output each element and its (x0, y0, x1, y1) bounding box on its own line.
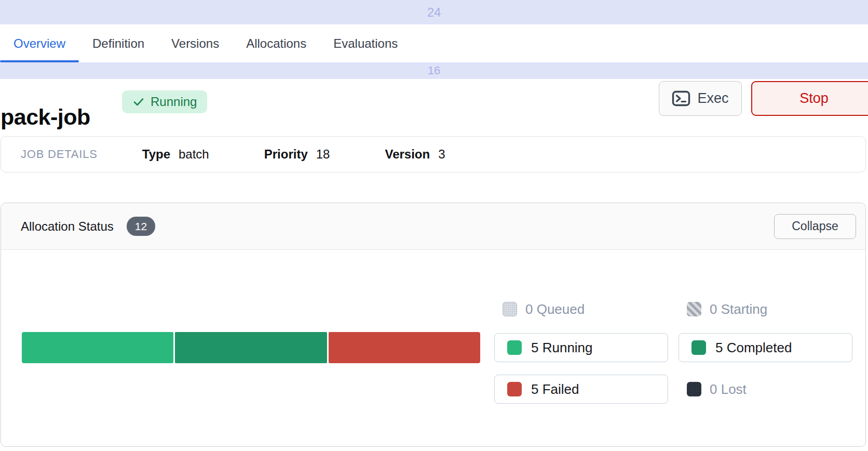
detail-field-version: Version3 (385, 147, 445, 162)
allocation-status-panel: Allocation Status 12 Collapse 0 Queued0 … (1, 203, 866, 447)
spacing-annotation-top: 24 (0, 0, 868, 24)
status-badge-label: Running (151, 95, 197, 109)
legend-label-starting: 0 Starting (710, 301, 767, 317)
legend-item-lost: 0 Lost (679, 375, 852, 404)
legend-label-queued: 0 Queued (525, 301, 585, 317)
legend-item-queued: 0 Queued (494, 295, 668, 324)
legend-item-running[interactable]: 5 Running (494, 333, 668, 362)
allocation-status-title: Allocation Status (21, 219, 114, 234)
tab-definition[interactable]: Definition (79, 24, 158, 62)
legend-swatch-running (507, 340, 522, 355)
allocation-bar (22, 332, 480, 363)
legend-label-completed: 5 Completed (715, 340, 792, 356)
job-details-card: JOB DETAILS TypebatchPriority18Version3 (1, 136, 866, 173)
tab-bar: OverviewDefinitionVersionsAllocationsEva… (0, 24, 868, 62)
collapse-button-label: Collapse (792, 219, 838, 233)
detail-label-version: Version (385, 147, 430, 162)
allocation-panel-body: 0 Queued0 Starting5 Running5 Completed5 … (1, 250, 865, 446)
legend-swatch-completed (691, 340, 706, 355)
legend-label-failed: 5 Failed (531, 381, 579, 397)
legend-item-failed[interactable]: 5 Failed (494, 375, 668, 404)
legend-label-lost: 0 Lost (710, 381, 747, 397)
legend-item-starting: 0 Starting (679, 295, 852, 324)
bar-segment-running[interactable] (22, 332, 173, 363)
job-details-fields: TypebatchPriority18Version3 (142, 147, 500, 162)
job-details-heading: JOB DETAILS (21, 148, 98, 161)
terminal-icon (672, 90, 690, 107)
legend-swatch-failed (507, 382, 522, 396)
detail-value-version: 3 (438, 147, 445, 162)
stop-button-label: Stop (799, 90, 829, 107)
legend-swatch-lost (687, 382, 701, 396)
tab-evaluations[interactable]: Evaluations (320, 24, 411, 62)
check-icon (132, 96, 145, 108)
detail-label-type: Type (142, 147, 170, 162)
job-header: pack-job Running Exec Stop (0, 79, 868, 125)
allocation-count-badge: 12 (127, 217, 155, 236)
legend-swatch-queued (503, 302, 517, 316)
bar-segment-completed[interactable] (175, 332, 327, 363)
status-badge: Running (122, 90, 207, 113)
bar-segment-failed[interactable] (329, 332, 480, 363)
spacing-annotation-middle-value: 16 (428, 64, 440, 77)
detail-field-priority: Priority18 (264, 147, 330, 162)
allocation-panel-header: Allocation Status 12 Collapse (1, 203, 865, 250)
legend-swatch-starting (687, 302, 701, 316)
stop-button[interactable]: Stop (751, 81, 868, 116)
tab-versions[interactable]: Versions (158, 24, 233, 62)
tab-allocations[interactable]: Allocations (233, 24, 320, 62)
tab-overview[interactable]: Overview (0, 24, 79, 62)
detail-value-priority: 18 (316, 147, 330, 162)
exec-button[interactable]: Exec (659, 81, 742, 116)
detail-value-type: batch (179, 147, 209, 162)
detail-field-type: Typebatch (142, 147, 209, 162)
legend-item-completed[interactable]: 5 Completed (679, 333, 852, 362)
spacing-annotation-top-value: 24 (427, 5, 441, 20)
detail-label-priority: Priority (264, 147, 308, 162)
legend-label-running: 5 Running (531, 340, 593, 356)
spacing-annotation-middle: 16 (0, 62, 868, 79)
exec-button-label: Exec (697, 90, 728, 107)
collapse-button[interactable]: Collapse (774, 214, 856, 239)
page-title: pack-job (1, 104, 90, 129)
